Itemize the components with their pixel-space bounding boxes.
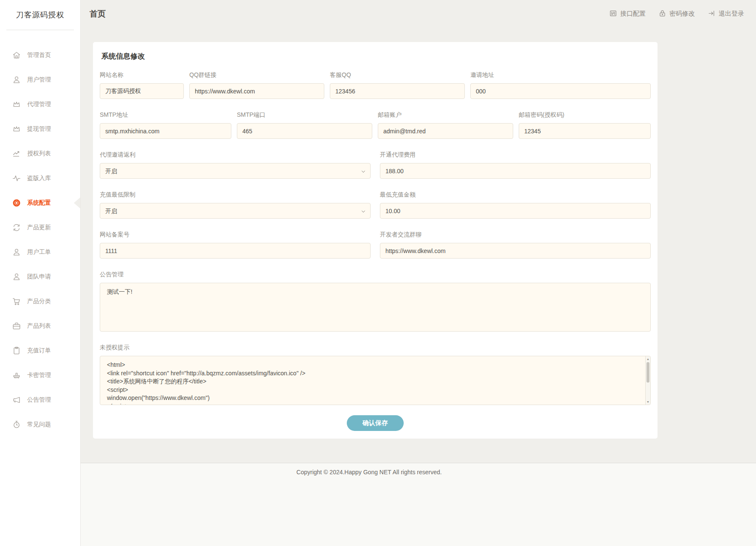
briefcase-icon [12, 321, 21, 331]
agent-rebate-field: 代理邀请返利 开启 [100, 151, 371, 179]
sidebar-item-label: 产品更新 [27, 224, 51, 231]
sidebar-item-system-config[interactable]: 系统配置 [0, 191, 80, 215]
sidebar: 刀客源码授权 管理首页 用户管理 代理管理 [0, 0, 81, 546]
sidebar-item-product-update[interactable]: 产品更新 [0, 215, 80, 240]
unauthorized-tip-label: 未授权提示 [100, 344, 651, 352]
agent-rebate-select[interactable]: 开启 [100, 163, 371, 179]
page-title: 首页 [90, 8, 106, 20]
service-qq-input[interactable] [330, 83, 465, 99]
dev-group-field: 开发者交流群聊 [380, 231, 651, 259]
sidebar-item-label: 常见问题 [27, 421, 51, 428]
main-area: 首页 接口配置 密码修改 [81, 0, 756, 546]
service-qq-label: 客服QQ [330, 71, 465, 79]
sidebar-item-team-application[interactable]: 团队申请 [0, 265, 80, 289]
logout-icon [708, 9, 716, 19]
sidebar-item-label: 代理管理 [27, 101, 51, 108]
activity-icon [12, 174, 21, 183]
home-icon [12, 51, 21, 60]
sidebar-item-auth-list[interactable]: 授权列表 [0, 141, 80, 166]
content-area: 系统信息修改 网站名称 QQ群链接 客服QQ [81, 28, 756, 463]
invite-address-input[interactable] [470, 83, 651, 99]
min-recharge-input[interactable] [380, 203, 651, 219]
unauthorized-tip-field: 未授权提示 <html> <link rel="shortcut icon" h… [100, 344, 651, 405]
refresh-icon [12, 223, 21, 232]
recharge-limit-field: 充值最低限制 开启 [100, 191, 371, 219]
trending-up-icon [12, 149, 21, 158]
lock-icon [658, 9, 666, 19]
scroll-up-icon[interactable]: ▲ [646, 357, 650, 361]
logout-label: 退出登录 [719, 10, 744, 18]
invite-address-label: 邀请地址 [470, 71, 651, 79]
min-recharge-label: 最低充值金额 [380, 191, 651, 199]
mail-account-input[interactable] [378, 123, 513, 139]
cart-icon [12, 297, 21, 306]
topbar: 首页 接口配置 密码修改 [81, 0, 756, 28]
announcement-label: 公告管理 [100, 271, 651, 279]
change-password-button[interactable]: 密码修改 [658, 9, 695, 19]
form-row-4: 充值最低限制 开启 最低充值金额 [100, 191, 651, 219]
brush-icon [12, 371, 21, 380]
recharge-limit-label: 充值最低限制 [100, 191, 371, 199]
textarea-scrollbar[interactable]: ▲ ▼ [645, 356, 650, 405]
sidebar-item-piracy-intake[interactable]: 盗版入库 [0, 166, 80, 191]
smtp-port-label: SMTP端口 [237, 111, 372, 119]
sidebar-item-card-key-management[interactable]: 卡密管理 [0, 363, 80, 388]
clipboard-icon [12, 346, 21, 355]
invite-address-field: 邀请地址 [470, 71, 651, 99]
agent-fee-field: 开通代理费用 [380, 151, 651, 179]
sidebar-item-label: 产品分类 [27, 298, 51, 305]
form-row-5: 网站备案号 开发者交流群聊 [100, 231, 651, 259]
qq-group-link-input[interactable] [189, 83, 324, 99]
sidebar-item-product-category[interactable]: 产品分类 [0, 289, 80, 314]
announcement-textarea[interactable]: 测试一下! [100, 283, 651, 332]
smtp-host-input[interactable] [100, 123, 231, 139]
smtp-port-input[interactable] [237, 123, 372, 139]
form-row-3: 代理邀请返利 开启 开通代理费用 [100, 151, 651, 179]
scrollbar-thumb[interactable] [646, 362, 649, 383]
sidebar-item-recharge-orders[interactable]: 充值订单 [0, 338, 80, 363]
save-button[interactable]: 确认保存 [347, 415, 404, 431]
api-config-icon [609, 9, 617, 19]
gear-icon [12, 198, 21, 208]
qq-group-link-label: QQ群链接 [189, 71, 324, 79]
sidebar-item-product-list[interactable]: 产品列表 [0, 314, 80, 338]
sidebar-item-label: 管理首页 [27, 51, 51, 59]
scroll-down-icon[interactable]: ▼ [646, 400, 650, 404]
api-config-button[interactable]: 接口配置 [609, 9, 646, 19]
agent-fee-input[interactable] [380, 163, 651, 179]
service-qq-field: 客服QQ [330, 71, 465, 99]
sidebar-item-label: 用户工单 [27, 248, 51, 256]
crown-icon [12, 100, 21, 109]
sidebar-item-user-tickets[interactable]: 用户工单 [0, 240, 80, 265]
sidebar-item-label: 授权列表 [27, 150, 51, 158]
min-recharge-field: 最低充值金额 [380, 191, 651, 219]
smtp-host-label: SMTP地址 [100, 111, 231, 119]
unauthorized-tip-textarea[interactable]: <html> <link rel="shortcut icon" href="h… [100, 356, 651, 405]
site-name-label: 网站名称 [100, 71, 184, 79]
card-title: 系统信息修改 [101, 51, 651, 61]
agent-rebate-label: 代理邀请返利 [100, 151, 371, 159]
icp-number-input[interactable] [100, 243, 371, 259]
mail-password-label: 邮箱密码(授权码) [519, 111, 651, 119]
sidebar-item-faq[interactable]: 常见问题 [0, 412, 80, 437]
mail-account-field: 邮箱账户 [378, 111, 513, 139]
site-name-input[interactable] [100, 83, 184, 99]
sidebar-item-dashboard[interactable]: 管理首页 [0, 43, 80, 68]
app-logo: 刀客源码授权 [0, 0, 80, 30]
sidebar-item-user-management[interactable]: 用户管理 [0, 68, 80, 92]
mail-password-input[interactable] [519, 123, 651, 139]
sidebar-item-label: 卡密管理 [27, 372, 51, 379]
sidebar-item-announcement-management[interactable]: 公告管理 [0, 388, 80, 412]
topbar-actions: 接口配置 密码修改 退出登录 [609, 9, 744, 19]
recharge-limit-select[interactable]: 开启 [100, 203, 371, 219]
dev-group-label: 开发者交流群聊 [380, 231, 651, 239]
mail-password-field: 邮箱密码(授权码) [519, 111, 651, 139]
site-name-field: 网站名称 [100, 71, 184, 99]
dev-group-input[interactable] [380, 243, 651, 259]
mail-account-label: 邮箱账户 [378, 111, 513, 119]
sidebar-item-label: 提现管理 [27, 125, 51, 133]
sidebar-item-withdraw-management[interactable]: 提现管理 [0, 117, 80, 141]
logout-button[interactable]: 退出登录 [708, 9, 744, 19]
sidebar-item-agent-management[interactable]: 代理管理 [0, 92, 80, 117]
app-window: 刀客源码授权 管理首页 用户管理 代理管理 [0, 0, 756, 546]
